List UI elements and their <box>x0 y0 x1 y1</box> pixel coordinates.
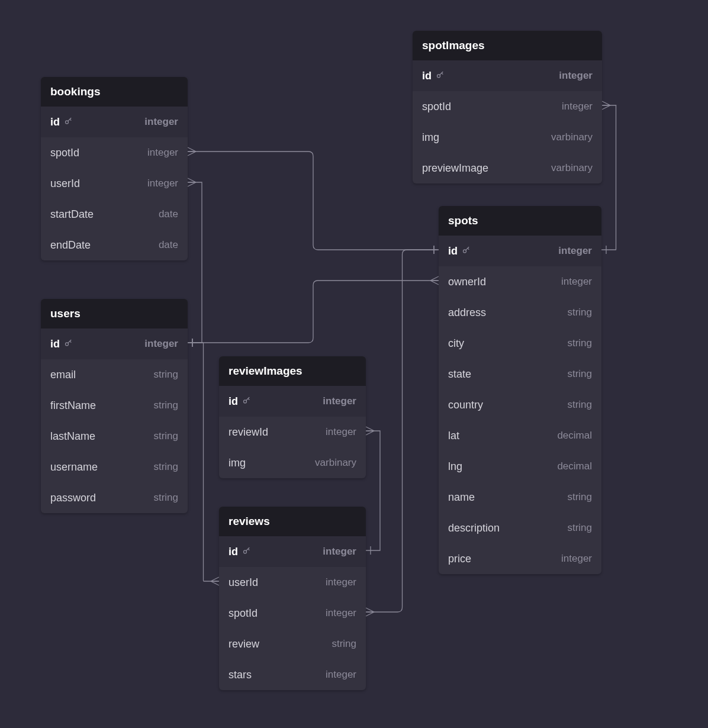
table-spots-column-description: descriptionstring <box>439 513 601 543</box>
table-bookings-header: bookings <box>41 77 188 107</box>
column-type: integer <box>323 546 356 558</box>
table-reviewImages-column-reviewId: reviewIdinteger <box>219 417 366 447</box>
svg-line-4 <box>188 178 196 182</box>
column-type: string <box>567 307 592 318</box>
column-type: string <box>332 638 356 650</box>
column-type: integer <box>561 553 592 565</box>
table-users[interactable]: usersidintegeremailstringfirstNamestring… <box>41 299 188 513</box>
column-type: integer <box>144 116 178 128</box>
column-type: string <box>567 399 592 411</box>
svg-line-10 <box>366 431 374 435</box>
column-name: stars <box>229 669 252 681</box>
table-spotImages-column-previewImage: previewImagevarbinary <box>413 153 602 183</box>
column-name: review <box>229 638 259 650</box>
column-name: spotId <box>50 147 79 159</box>
table-spotImages-column-spotId: spotIdinteger <box>413 91 602 122</box>
svg-line-24 <box>602 101 610 105</box>
svg-line-16 <box>366 608 374 612</box>
column-type: decimal <box>557 430 592 442</box>
column-name: reviewId <box>229 426 268 439</box>
primary-key-icon <box>64 116 73 128</box>
table-users-column-firstName: firstNamestring <box>41 390 188 421</box>
column-name: userId <box>50 178 80 190</box>
svg-line-30 <box>70 119 71 120</box>
column-name: lastName <box>50 430 95 443</box>
table-reviewImages-column-img: imgvarbinary <box>219 447 366 478</box>
column-type: date <box>159 208 178 220</box>
column-name: country <box>448 399 483 411</box>
table-spots[interactable]: spotsidintegerownerIdintegeraddressstrin… <box>439 206 601 574</box>
table-spots-column-address: addressstring <box>439 297 601 328</box>
column-name: id <box>229 546 251 558</box>
primary-key-icon <box>436 70 445 82</box>
table-reviews-column-userId: userIdinteger <box>219 567 366 598</box>
table-spots-column-name: namestring <box>439 482 601 513</box>
table-spots-column-state: statestring <box>439 359 601 389</box>
column-type: string <box>153 492 178 504</box>
table-spotImages[interactable]: spotImagesidintegerspotIdintegerimgvarbi… <box>413 31 602 183</box>
svg-line-42 <box>442 73 443 74</box>
column-name: id <box>229 395 251 408</box>
column-type: string <box>567 337 592 349</box>
table-bookings[interactable]: bookingsidintegerspotIdintegeruserIdinte… <box>41 77 188 260</box>
column-name: id <box>422 70 445 82</box>
column-type: integer <box>326 607 356 619</box>
table-spots-column-country: countrystring <box>439 389 601 420</box>
column-name: spotId <box>229 607 258 620</box>
column-name: description <box>448 522 500 534</box>
table-spots-column-lat: latdecimal <box>439 420 601 451</box>
table-spots-header: spots <box>439 206 601 236</box>
relation-spotImages-spotId-to-spots-id <box>601 101 616 254</box>
column-name: ownerId <box>448 276 486 288</box>
table-reviewImages[interactable]: reviewImagesidintegerreviewIdintegerimgv… <box>219 356 366 478</box>
column-name: state <box>448 368 471 381</box>
column-type: integer <box>561 276 592 288</box>
table-bookings-column-id: idinteger <box>41 107 188 137</box>
table-reviews[interactable]: reviewsidintegeruserIdintegerspotIdinteg… <box>219 507 366 690</box>
column-name: previewImage <box>422 162 488 175</box>
column-type: integer <box>147 147 178 159</box>
column-type: varbinary <box>551 131 593 143</box>
relation-bookings-userId-to-users-id <box>188 178 202 347</box>
column-type: string <box>153 461 178 473</box>
relation-reviews-userId-to-users-id <box>188 339 219 585</box>
column-type: integer <box>562 101 593 112</box>
svg-line-14 <box>211 581 219 585</box>
table-reviewImages-header: reviewImages <box>219 356 366 386</box>
column-name: spotId <box>422 101 451 113</box>
column-type: integer <box>323 395 356 407</box>
table-users-column-id: idinteger <box>41 328 188 359</box>
table-reviews-column-spotId: spotIdinteger <box>219 598 366 629</box>
column-name: img <box>422 131 439 144</box>
table-reviews-column-id: idinteger <box>219 536 366 567</box>
column-type: varbinary <box>551 162 593 174</box>
primary-key-icon <box>64 338 73 350</box>
table-spotImages-header: spotImages <box>413 31 602 60</box>
table-bookings-column-endDate: endDatedate <box>41 230 188 260</box>
svg-line-33 <box>70 341 71 342</box>
primary-key-icon <box>242 395 251 408</box>
column-name: address <box>448 307 486 319</box>
table-bookings-column-userId: userIdinteger <box>41 168 188 199</box>
column-type: integer <box>326 426 356 438</box>
column-name: price <box>448 553 471 565</box>
table-spots-column-ownerId: ownerIdinteger <box>439 266 601 297</box>
table-users-column-password: passwordstring <box>41 482 188 513</box>
table-reviews-column-stars: starsinteger <box>219 659 366 690</box>
table-reviews-column-review: reviewstring <box>219 629 366 659</box>
column-name: img <box>229 457 246 469</box>
relation-spots-ownerId-to-users-id <box>188 276 439 347</box>
primary-key-icon <box>462 245 471 257</box>
table-spotImages-column-img: imgvarbinary <box>413 122 602 153</box>
table-spotImages-column-id: idinteger <box>413 60 602 91</box>
svg-line-8 <box>366 427 374 431</box>
svg-line-12 <box>211 577 219 581</box>
relation-bookings-spotId-to-spots-id <box>188 147 439 254</box>
svg-line-2 <box>188 152 196 156</box>
column-name: id <box>50 338 73 350</box>
column-name: city <box>448 337 464 350</box>
primary-key-icon <box>242 546 251 558</box>
column-type: string <box>153 400 178 411</box>
table-users-column-email: emailstring <box>41 359 188 390</box>
table-spots-column-price: priceinteger <box>439 543 601 574</box>
